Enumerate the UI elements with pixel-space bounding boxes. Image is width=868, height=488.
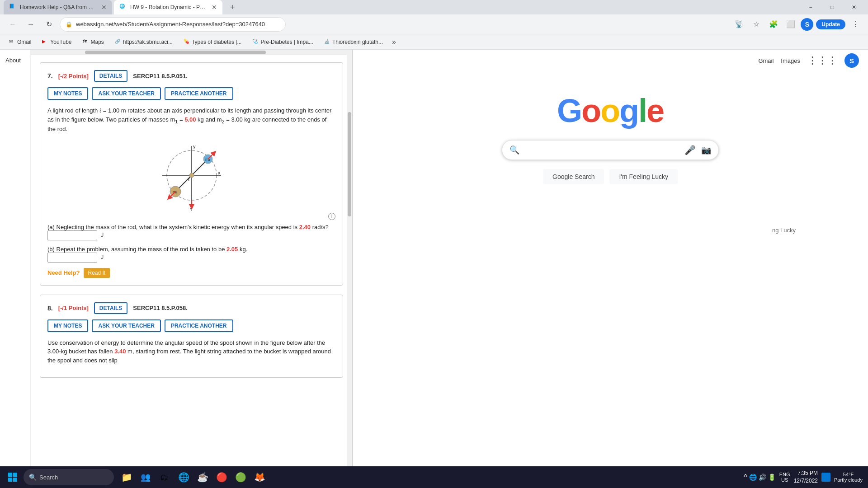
thioredoxin-favicon: 🔬: [324, 39, 330, 45]
bookmark-sbmu[interactable]: 🔗 https://ak.sbmu.aci...: [111, 37, 176, 47]
read-it-button[interactable]: Read It: [84, 268, 110, 278]
bookmark-gmail[interactable]: ✉ Gmail: [5, 37, 35, 47]
notification-button[interactable]: [821, 473, 830, 482]
minimize-button[interactable]: −: [800, 0, 821, 14]
google-left-sidebar: About: [0, 50, 31, 466]
bookmark-youtube-label: YouTube: [50, 39, 71, 45]
tab1-title: Homework Help - Q&A from Or...: [20, 4, 98, 10]
webassign-content: 7. [-/2 Points] DETAILS SERCP11 8.5.P.05…: [31, 55, 352, 394]
horizontal-scrollbar-thumb[interactable]: [85, 51, 266, 54]
bookmark-thioredoxin[interactable]: 🔬 Thioredoxin glutath...: [321, 37, 387, 47]
taskbar-search-icon: 🔍: [29, 474, 37, 481]
bookmarks-more-icon[interactable]: »: [392, 38, 396, 46]
back-button[interactable]: ←: [5, 17, 20, 32]
vertical-scrollbar[interactable]: [347, 50, 352, 466]
taskbar-firefox-icon[interactable]: 🦊: [250, 468, 269, 486]
question-7-details-button[interactable]: DETAILS: [94, 70, 127, 82]
sbmu-favicon: 🔗: [115, 39, 121, 45]
new-tab-button[interactable]: +: [226, 1, 239, 14]
part-b-answer-input[interactable]: [47, 253, 97, 263]
about-link[interactable]: About: [0, 53, 30, 67]
menu-button[interactable]: ⋮: [848, 17, 863, 32]
svg-rect-16: [8, 473, 12, 477]
question-7-ask-teacher-button[interactable]: ASK YOUR TEACHER: [92, 87, 160, 100]
taskbar-search-label: Search: [39, 474, 58, 481]
taskbar-explorer-icon[interactable]: 📁: [118, 468, 136, 486]
question-7-header: 7. [-/2 Points] DETAILS SERCP11 8.5.P.05…: [47, 70, 335, 82]
system-clock[interactable]: 7:35 PM 12/7/2022: [794, 469, 818, 485]
question-8-practice-another-button[interactable]: PRACTICE ANOTHER: [165, 319, 233, 332]
chevron-up-icon[interactable]: ^: [744, 473, 747, 481]
window-controls: − □ ✕: [800, 0, 864, 14]
question-8-number: 8.: [47, 305, 53, 312]
split-screen-button[interactable]: ⬜: [783, 17, 798, 32]
battery-icon[interactable]: 🔋: [768, 474, 776, 481]
google-nav-images[interactable]: Images: [781, 57, 800, 64]
svg-rect-19: [13, 478, 17, 482]
question-8-details-button[interactable]: DETAILS: [94, 302, 127, 314]
part-a-value: 2.40: [299, 224, 311, 230]
taskbar-files-icon[interactable]: 🗂: [156, 468, 174, 486]
extensions-button[interactable]: 🧩: [766, 17, 781, 32]
reload-button[interactable]: ↻: [42, 17, 56, 32]
info-icon[interactable]: i: [328, 213, 335, 220]
question-7-my-notes-button[interactable]: MY NOTES: [47, 87, 88, 100]
vertical-scrollbar-thumb[interactable]: [348, 112, 351, 216]
profile-avatar[interactable]: S: [801, 18, 813, 31]
part-a-answer-input[interactable]: [47, 230, 97, 240]
start-button[interactable]: [4, 468, 22, 486]
taskbar-search-box[interactable]: 🔍 Search: [24, 469, 114, 485]
network-icon[interactable]: 🌐: [749, 474, 757, 481]
youtube-favicon: ▶: [42, 39, 48, 45]
svg-rect-17: [13, 473, 17, 477]
taskbar-java-icon[interactable]: ☕: [193, 468, 212, 486]
cast-button[interactable]: 📡: [732, 17, 746, 32]
svg-text:y: y: [193, 144, 196, 149]
google-nav-gmail[interactable]: Gmail: [758, 57, 774, 64]
bookmark-prediabetes[interactable]: 🩺 Pre-Diabetes | Impa...: [249, 37, 317, 47]
google-lens-icon[interactable]: 📷: [701, 145, 711, 155]
language-text: ENG: [779, 472, 790, 477]
google-search-button[interactable]: Google Search: [543, 169, 604, 184]
google-lucky-button[interactable]: I'm Feeling Lucky: [609, 169, 678, 184]
svg-text:v: v: [190, 207, 193, 211]
google-search-input[interactable]: [525, 146, 679, 154]
language-indicator[interactable]: ENG US: [779, 472, 790, 483]
question-8-actions: MY NOTES ASK YOUR TEACHER PRACTICE ANOTH…: [47, 319, 335, 332]
svg-point-6: [189, 173, 194, 178]
tab-2[interactable]: 🌐 HW 9 - Rotation Dynamic - PHY... ✕: [114, 0, 222, 14]
question-8-my-notes-button[interactable]: MY NOTES: [47, 319, 88, 332]
google-search-box[interactable]: 🔍 🎤 📷: [502, 140, 719, 160]
volume-icon[interactable]: 🔊: [759, 474, 766, 481]
taskbar-right: ^ 🌐 🔊 🔋 ENG US 7:35 PM 12/7/2022 54°F Pa…: [744, 469, 864, 485]
taskbar-teams-icon[interactable]: 👥: [137, 468, 155, 486]
tab2-close-icon[interactable]: ✕: [212, 4, 217, 11]
maximize-button[interactable]: □: [822, 0, 843, 14]
weather-widget[interactable]: 54°F Partly cloudy: [834, 472, 863, 483]
bookmark-youtube[interactable]: ▶ YouTube: [38, 37, 75, 47]
tab1-close-icon[interactable]: ✕: [101, 4, 107, 11]
address-bar[interactable]: 🔒 webassign.net/web/Student/Assignment-R…: [60, 17, 286, 32]
question-8-ask-teacher-button[interactable]: ASK YOUR TEACHER: [92, 319, 160, 332]
google-profile-avatar[interactable]: S: [844, 53, 859, 68]
question-7-practice-another-button[interactable]: PRACTICE ANOTHER: [165, 87, 233, 100]
forward-button[interactable]: →: [24, 17, 38, 32]
horizontal-scrollbar[interactable]: [31, 50, 352, 55]
part-b-unit: J: [101, 253, 104, 260]
nav-right-controls: 📡 ☆ 🧩 ⬜ S Update ⋮: [732, 17, 863, 32]
close-button[interactable]: ✕: [844, 0, 864, 14]
question-8-code: SERCP11 8.5.P.058.: [133, 305, 187, 311]
bookmark-diabetes-types-label: Types of diabetes |...: [192, 39, 242, 45]
bookmark-button[interactable]: ☆: [749, 17, 764, 32]
taskbar-edge-icon[interactable]: 🌐: [175, 468, 193, 486]
bookmark-diabetes-types[interactable]: 💊 Types of diabetes |...: [180, 37, 245, 47]
google-apps-icon[interactable]: ⋮⋮⋮: [807, 55, 837, 66]
question-8-text: Use conservation of energy to determine …: [47, 338, 335, 365]
taskbar-greenicon[interactable]: 🟢: [231, 468, 250, 486]
date-text: 12/7/2022: [794, 478, 818, 484]
bookmark-maps[interactable]: 🗺 Maps: [79, 37, 108, 47]
taskbar-chrome-icon[interactable]: 🔴: [212, 468, 231, 486]
tab-1[interactable]: 📘 Homework Help - Q&A from Or... ✕: [4, 0, 112, 14]
microphone-icon[interactable]: 🎤: [684, 145, 696, 155]
update-button[interactable]: Update: [816, 19, 845, 29]
